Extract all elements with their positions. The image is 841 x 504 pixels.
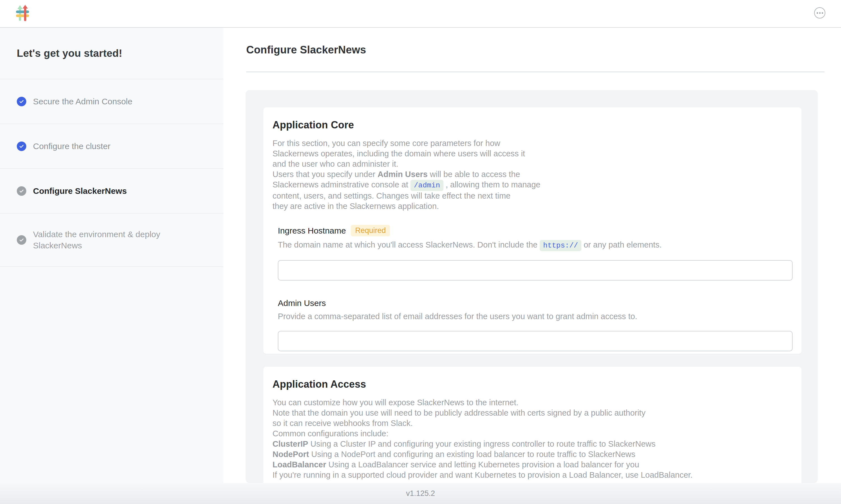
code-chip: /admin [410,180,444,191]
sidebar-step-configure-slackernews[interactable]: Configure SlackerNews [0,169,223,213]
ingress-hostname-label: Ingress Hostname [278,226,346,235]
page-title: Configure SlackerNews [246,44,366,56]
check-icon [17,97,26,106]
sidebar-step-secure-admin-console[interactable]: Secure the Admin Console [0,79,223,124]
admin-users-field: Admin Users Provide a comma-separated li… [278,299,790,351]
ellipsis-menu-icon [817,12,818,14]
ingress-hostname-field: Ingress Hostname Required The domain nam… [278,225,790,281]
admin-users-help: Provide a comma-separated list of email … [278,311,790,322]
check-icon [17,186,26,196]
onboarding-page: Let's get you started! Secure the Admin … [0,0,841,504]
slackernews-logo-icon [16,5,30,22]
step-label: Configure the cluster [33,141,110,152]
ingress-hostname-help: The domain name at which you'll access S… [278,240,790,251]
title-divider [246,72,824,72]
check-icon [17,142,26,151]
version-label: v1.125.2 [406,489,435,498]
setup-steps-sidebar: Let's get you started! Secure the Admin … [0,28,223,483]
config-main-panel: Configure SlackerNews Application Core F… [223,28,841,483]
application-core-description: For this section, you can specify some c… [272,138,790,212]
check-icon [17,235,26,245]
admin-users-label: Admin Users [278,299,326,308]
ingress-hostname-label-row: Ingress Hostname Required [278,225,790,236]
application-core-title: Application Core [272,119,790,131]
ingress-hostname-input[interactable] [278,260,793,281]
required-badge: Required [351,225,390,236]
footer-bar: v1.125.2 [0,483,841,504]
ellipsis-menu-button[interactable] [814,7,825,18]
sidebar-step-validate-deploy[interactable]: Validate the environment & deploy Slacke… [0,213,223,267]
admin-users-input[interactable] [278,331,793,351]
step-label: Secure the Admin Console [33,96,132,107]
application-access-title: Application Access [272,378,790,390]
admin-users-label-row: Admin Users [278,299,790,308]
step-label: Validate the environment & deploy Slacke… [33,229,185,251]
config-group-container: Application Core For this section, you c… [246,90,818,483]
sidebar-title: Let's get you started! [17,48,122,59]
sidebar-step-configure-cluster[interactable]: Configure the cluster [0,124,223,169]
top-bar [0,0,841,28]
code-chip: https:// [540,240,581,251]
sidebar-header: Let's get you started! [0,28,223,79]
step-label: Configure SlackerNews [33,185,127,197]
application-core-card: Application Core For this section, you c… [263,107,802,354]
application-access-card: Application Access You can customize how… [263,367,802,483]
application-access-description: You can customize how you will expose Sl… [272,397,790,480]
